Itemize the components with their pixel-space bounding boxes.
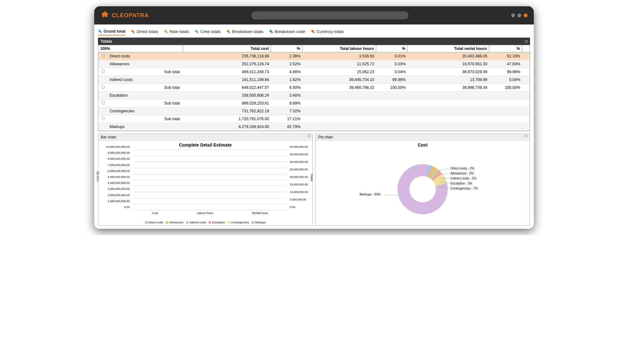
pie-panel-title: Pie chart — [318, 135, 333, 139]
table-row[interactable]: Indirect costs161,511,198.841.62%39,445,… — [98, 76, 530, 84]
tab-label: Breakdown cube — [275, 29, 305, 34]
table-row[interactable]: Sub total989,028,253.819.89% — [98, 99, 530, 107]
window-button[interactable] — [511, 13, 515, 17]
svg-point-13 — [197, 31, 199, 33]
row-radio[interactable] — [101, 85, 105, 89]
logo: CLEOPATRA — [100, 10, 149, 20]
tab-currency-totals[interactable]: Currency totals — [311, 29, 344, 35]
row-radio[interactable] — [101, 70, 105, 73]
tab-icon — [131, 29, 135, 34]
svg-point-17 — [271, 31, 273, 33]
row-radio[interactable] — [101, 54, 105, 57]
table-row[interactable]: Sub total649,522,447.576.50%39,460,796.3… — [98, 84, 530, 92]
svg-point-19 — [312, 31, 315, 33]
tab-label: Crew totals — [200, 29, 221, 34]
legend-item: Allowances — [166, 221, 184, 224]
svg-point-1 — [102, 13, 104, 15]
logo-icon — [100, 10, 109, 20]
pie-label-markups: Markups - 83% — [360, 193, 381, 196]
pie-labels-right: Direct costs - 2%Allowances - 3%Indirect… — [451, 166, 478, 191]
legend-item: Markups — [252, 221, 266, 224]
totals-panel-header: Totals — [98, 38, 530, 45]
search-input[interactable] — [252, 11, 409, 19]
donut — [398, 164, 448, 214]
column-header[interactable]: % — [376, 45, 408, 52]
table-header: 100%Total cost%Total labour hours%Total … — [98, 45, 530, 52]
tab-icon — [311, 29, 315, 34]
pie-chart: CostMarkups - 83%Direct costs - 2%Allowa… — [316, 141, 530, 225]
totals-table: 100%Total cost%Total labour hours%Total … — [98, 45, 530, 131]
tab-crew-totals[interactable]: Crew totals — [195, 29, 221, 35]
svg-line-20 — [438, 168, 450, 171]
table-body: Direct costs235,736,118.992.36%3,536.500… — [98, 52, 530, 131]
row-radio[interactable] — [101, 101, 105, 104]
tab-icon — [98, 29, 102, 34]
pie-chart-title: Cost — [319, 142, 527, 147]
tab-label: Rate totals — [170, 29, 189, 34]
bar-panel-title: Bar chart — [101, 135, 116, 139]
panel-expand-icon[interactable] — [308, 135, 310, 137]
table-row[interactable]: Contingencies731,762,822.197.32% — [98, 107, 530, 115]
tab-label: Direct totals — [137, 29, 158, 34]
tab-direct-totals[interactable]: Direct totals — [131, 29, 158, 35]
brand-name: CLEOPATRA — [112, 12, 149, 19]
app-window: CLEOPATRA Grand totalDirect totalsRate t… — [94, 6, 534, 229]
svg-point-11 — [165, 31, 168, 33]
pie-chart-panel: Pie chart CostMarkups - 83%Direct costs … — [315, 134, 530, 226]
svg-point-2 — [106, 13, 108, 15]
window-button[interactable] — [524, 13, 528, 17]
svg-point-15 — [228, 31, 230, 33]
tab-icon — [195, 29, 199, 34]
column-header[interactable]: Total labour hours — [302, 45, 376, 52]
column-header[interactable]: 100% — [98, 45, 183, 52]
bar-chart: Complete Detail EstimateCost (£)Hours0.0… — [98, 141, 312, 225]
svg-point-9 — [133, 31, 135, 33]
window-button[interactable] — [517, 13, 521, 17]
tabs: Grand totalDirect totalsRate totalsCrew … — [98, 28, 530, 38]
table-row[interactable]: Escalation339,505,806.243.40% — [98, 92, 530, 99]
legend-item: Direct costs — [145, 221, 163, 224]
svg-point-7 — [100, 31, 102, 33]
panel-expand-icon[interactable] — [525, 40, 528, 43]
bar-legend: Direct costsAllowancesIndirect costsEsca… — [98, 221, 312, 224]
tab-grand-total[interactable]: Grand total — [98, 29, 125, 35]
tab-icon — [226, 29, 231, 34]
tab-breakdown-totals[interactable]: Breakdown totals — [226, 29, 263, 35]
window-buttons — [511, 13, 528, 17]
tab-label: Breakdown totals — [232, 29, 263, 34]
column-header[interactable]: Total cost — [183, 45, 271, 52]
bar-chart-panel: Bar chart Complete Detail EstimateCost (… — [98, 134, 313, 226]
column-header[interactable]: % — [271, 45, 302, 52]
table-row[interactable]: Markups8,279,208,924.0082.79% — [98, 123, 530, 131]
table-row[interactable]: Sub total488,011,248.734.88%15,062.230.0… — [98, 68, 530, 76]
tab-icon — [164, 29, 168, 34]
tab-icon — [269, 29, 273, 34]
totals-panel-title: Totals — [100, 39, 112, 44]
legend-item: Indirect costs — [186, 221, 206, 224]
titlebar: CLEOPATRA — [94, 6, 534, 24]
svg-point-5 — [104, 14, 106, 16]
table-row[interactable]: Sub total1,720,791,076.0017.21% — [98, 115, 530, 123]
tab-breakdown-cube[interactable]: Breakdown cube — [269, 29, 305, 35]
tab-label: Grand total — [104, 29, 125, 34]
table-row[interactable]: Direct costs235,736,118.992.36%3,536.500… — [98, 52, 530, 60]
row-radio[interactable] — [101, 117, 105, 120]
tab-label: Currency totals — [317, 29, 344, 34]
panel-expand-icon[interactable] — [525, 135, 527, 137]
legend-item: Contingencies — [228, 221, 249, 224]
column-header[interactable]: % — [489, 45, 522, 52]
searchbar — [149, 11, 511, 19]
column-header[interactable]: Total rental hours — [408, 45, 489, 52]
bar-chart-title: Complete Detail Estimate — [101, 142, 309, 147]
table-row[interactable]: Allowances252,275,129.742.52%11,525.720.… — [98, 60, 530, 68]
legend-item: Escalation — [208, 221, 225, 224]
tab-rate-totals[interactable]: Rate totals — [164, 29, 189, 35]
